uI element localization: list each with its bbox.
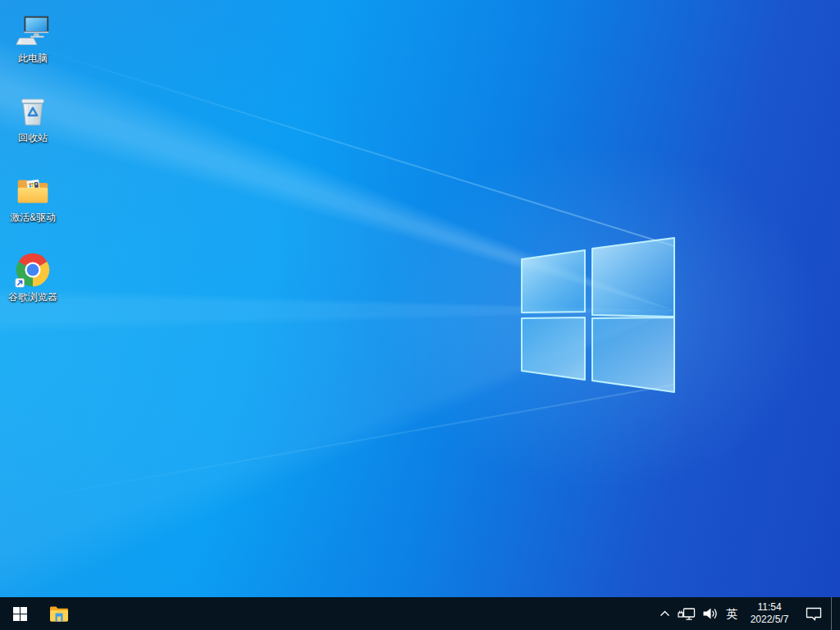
- action-center-button[interactable]: [797, 597, 831, 630]
- windows-logo-icon: [13, 607, 27, 621]
- windows-logo: [0, 0, 840, 597]
- light-ray: [0, 384, 674, 507]
- desktop-surface[interactable]: [0, 0, 840, 597]
- folder-icon: [13, 171, 52, 210]
- desktop-icon-google-chrome[interactable]: 谷歌浏览器: [2, 245, 64, 325]
- network-button[interactable]: [674, 597, 699, 630]
- screen: 此电脑 回收站: [0, 0, 840, 630]
- desktop-icon-grid: 此电脑 回收站: [2, 7, 64, 325]
- this-pc-icon: [13, 11, 52, 51]
- speaker-icon: [702, 607, 718, 620]
- desktop-icon-label: 回收站: [18, 132, 48, 144]
- desktop-icon-activation-drivers[interactable]: 激活&驱动: [2, 166, 64, 245]
- hidden-icons-button[interactable]: [655, 597, 674, 630]
- desktop-icon-recycle-bin[interactable]: 回收站: [2, 86, 64, 166]
- clock-time: 11:54: [744, 601, 795, 614]
- light-ray: [24, 44, 674, 247]
- show-desktop-button[interactable]: [831, 597, 840, 630]
- system-tray: 英 11:54 2022/5/7: [655, 597, 840, 630]
- start-button[interactable]: [0, 597, 39, 630]
- desktop-icon-label: 激活&驱动: [10, 212, 56, 223]
- action-center-icon: [806, 607, 822, 621]
- desktop-icon-label: 谷歌浏览器: [8, 291, 57, 303]
- taskbar-clock[interactable]: 11:54 2022/5/7: [742, 597, 797, 630]
- ime-indicator[interactable]: 英: [721, 597, 742, 630]
- volume-button[interactable]: [699, 597, 721, 630]
- desktop-icon-label: 此电脑: [18, 52, 48, 64]
- chrome-icon: [13, 250, 52, 290]
- clock-date: 2022/5/7: [744, 614, 795, 626]
- taskbar: 英 11:54 2022/5/7: [0, 597, 840, 630]
- network-ethernet-icon: [678, 607, 696, 621]
- desktop-icon-this-pc[interactable]: 此电脑: [2, 7, 64, 86]
- taskbar-empty-area[interactable]: [79, 597, 655, 630]
- recycle-bin-icon: [13, 91, 52, 130]
- chevron-up-icon: [660, 610, 670, 617]
- file-explorer-button[interactable]: [39, 597, 79, 630]
- file-explorer-icon: [49, 605, 69, 623]
